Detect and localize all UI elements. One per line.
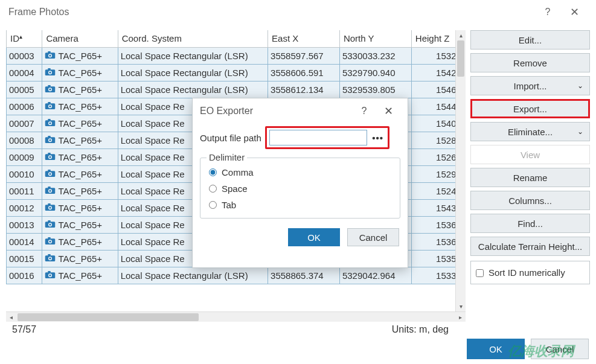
- table-row[interactable]: 00004TAC_P65+Local Space Rectangular (LS…: [7, 64, 466, 81]
- camera-icon: [45, 101, 56, 112]
- horizontal-scrollbar[interactable]: ◂ ▸: [6, 311, 466, 322]
- col-coord[interactable]: Coord. System: [118, 30, 268, 47]
- camera-icon: [45, 68, 56, 78]
- scroll-right-icon[interactable]: ▸: [455, 314, 466, 321]
- svg-point-31: [50, 173, 51, 174]
- dialog-ok-button[interactable]: OK: [288, 228, 340, 246]
- svg-point-27: [50, 156, 51, 158]
- col-eastx[interactable]: East X: [268, 30, 340, 47]
- browse-button[interactable]: •••: [371, 130, 385, 145]
- camera-icon: [45, 186, 56, 196]
- eliminate-button[interactable]: Eliminate...⌄: [470, 122, 590, 141]
- ok-button[interactable]: OK: [467, 339, 525, 359]
- svg-point-43: [50, 223, 51, 225]
- remove-button[interactable]: Remove: [470, 53, 590, 72]
- chevron-down-icon: ⌄: [577, 81, 583, 90]
- camera-icon: [45, 51, 56, 61]
- col-northy[interactable]: North Y: [339, 30, 411, 47]
- cancel-button[interactable]: Cancel: [531, 339, 589, 359]
- columns-button[interactable]: Columns...: [470, 191, 590, 210]
- delimiter-tab[interactable]: Tab: [209, 197, 391, 213]
- table-row[interactable]: 00003TAC_P65+Local Space Rectangular (LS…: [7, 47, 466, 64]
- cell-eastx: 3558612.134: [268, 81, 340, 98]
- svg-point-23: [50, 139, 51, 141]
- cell-northy: 5329539.805: [339, 81, 411, 98]
- camera-icon: [45, 135, 56, 145]
- dialog-close-button[interactable]: ✕: [376, 98, 400, 124]
- rename-button[interactable]: Rename: [470, 168, 590, 187]
- camera-icon: [45, 237, 56, 247]
- sort-id-input[interactable]: [476, 269, 484, 277]
- cell-camera: TAC_P65+: [42, 182, 118, 199]
- sort-id-label: Sort ID numerically: [489, 267, 565, 278]
- delimiter-comma[interactable]: Comma: [209, 164, 391, 180]
- cell-id: 00015: [7, 250, 42, 267]
- col-camera[interactable]: Camera: [42, 30, 118, 47]
- dialog-cancel-button[interactable]: Cancel: [347, 228, 399, 246]
- status-count: 57/57: [12, 324, 392, 335]
- svg-point-7: [50, 71, 51, 73]
- cell-camera: TAC_P65+: [42, 267, 118, 284]
- camera-icon: [45, 270, 56, 281]
- cell-id: 00008: [7, 132, 42, 148]
- delimiter-legend: Delimiter: [207, 152, 247, 162]
- table-row[interactable]: 00005TAC_P65+Local Space Rectangular (LS…: [7, 81, 466, 98]
- sidebar: Edit... Remove Import...⌄ Export... Elim…: [468, 24, 596, 335]
- table-row[interactable]: 00016TAC_P65+Local Space Rectangular (LS…: [7, 267, 466, 284]
- cell-camera: TAC_P65+: [42, 148, 118, 165]
- cell-camera: TAC_P65+: [42, 81, 118, 98]
- cell-northy: 5329042.964: [339, 267, 411, 284]
- cell-id: 00009: [7, 148, 42, 165]
- scroll-up-icon[interactable]: ▴: [456, 30, 466, 40]
- svg-point-35: [50, 190, 51, 191]
- svg-rect-1: [48, 51, 51, 53]
- vertical-scrollbar[interactable]: ▴ ▾: [455, 30, 466, 311]
- svg-rect-49: [48, 254, 51, 256]
- camera-icon: [45, 169, 56, 179]
- col-id[interactable]: ID▴: [7, 30, 42, 47]
- camera-icon: [45, 203, 56, 213]
- scroll-thumb[interactable]: [457, 40, 464, 77]
- cell-id: 00007: [7, 115, 42, 132]
- svg-rect-45: [48, 237, 51, 239]
- camera-icon: [45, 220, 56, 230]
- close-button[interactable]: ✕: [561, 0, 588, 24]
- svg-point-3: [50, 54, 51, 56]
- scroll-down-icon[interactable]: ▾: [456, 301, 466, 311]
- hscroll-thumb[interactable]: [18, 313, 199, 321]
- help-button[interactable]: ?: [534, 0, 561, 24]
- chevron-down-icon: ⌄: [577, 127, 583, 136]
- output-path-input[interactable]: [269, 130, 367, 145]
- cell-camera: TAC_P65+: [42, 165, 118, 182]
- cell-id: 00004: [7, 64, 42, 81]
- svg-rect-17: [48, 119, 51, 121]
- scroll-left-icon[interactable]: ◂: [6, 314, 16, 321]
- titlebar: Frame Photos ? ✕: [0, 0, 596, 24]
- cell-eastx: 3558606.591: [268, 64, 340, 81]
- cell-camera: TAC_P65+: [42, 199, 118, 216]
- sort-id-checkbox[interactable]: Sort ID numerically: [470, 261, 590, 284]
- cell-id: 00006: [7, 98, 42, 115]
- dialog-help-button[interactable]: ?: [352, 98, 376, 124]
- svg-point-47: [50, 240, 51, 242]
- svg-point-11: [50, 88, 51, 90]
- camera-icon: [45, 85, 56, 95]
- cell-camera: TAC_P65+: [42, 98, 118, 115]
- delimiter-group: Delimiter Comma Space Tab: [200, 158, 400, 219]
- delimiter-space[interactable]: Space: [209, 180, 391, 197]
- cell-coord: Local Space Rectangular (LSR): [118, 81, 268, 98]
- export-button[interactable]: Export...: [470, 99, 590, 118]
- cell-id: 00011: [7, 182, 42, 199]
- svg-rect-53: [48, 271, 51, 273]
- edit-button[interactable]: Edit...: [470, 30, 590, 49]
- cell-id: 00012: [7, 199, 42, 216]
- svg-rect-9: [48, 85, 51, 87]
- svg-rect-13: [48, 102, 51, 104]
- calc-terrain-button[interactable]: Calculate Terrain Height...: [470, 237, 590, 256]
- camera-icon: [45, 152, 56, 162]
- svg-rect-33: [48, 187, 51, 188]
- cell-id: 00013: [7, 216, 42, 233]
- import-button[interactable]: Import...⌄: [470, 76, 590, 95]
- find-button[interactable]: Find...: [470, 214, 590, 233]
- cell-camera: TAC_P65+: [42, 233, 118, 250]
